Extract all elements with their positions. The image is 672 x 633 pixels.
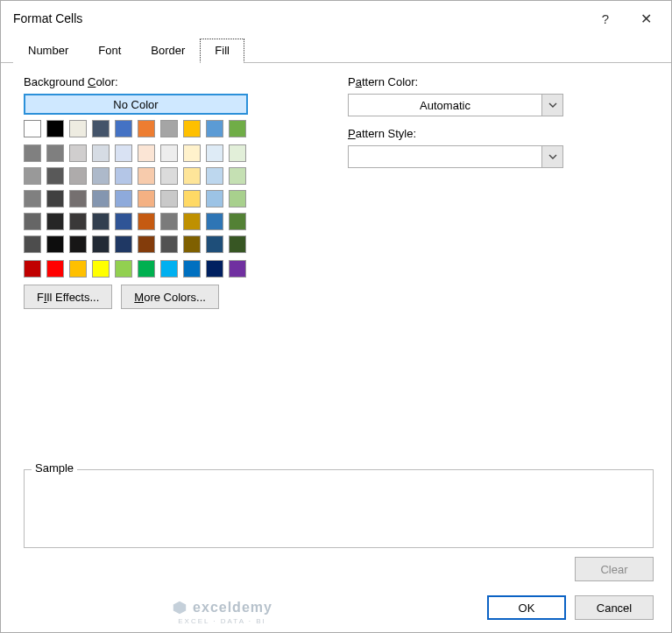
color-swatch[interactable] bbox=[69, 120, 87, 137]
color-swatch[interactable] bbox=[92, 144, 110, 162]
color-swatch[interactable] bbox=[183, 120, 201, 137]
color-swatch[interactable] bbox=[24, 167, 41, 185]
color-swatch[interactable] bbox=[24, 190, 41, 207]
color-swatch[interactable] bbox=[206, 120, 223, 137]
color-swatch[interactable] bbox=[69, 190, 87, 207]
color-swatch[interactable] bbox=[160, 190, 178, 207]
format-cells-dialog: Format Cells ? ✕ Number Font Border Fill… bbox=[0, 0, 672, 633]
chevron-down-icon bbox=[541, 146, 562, 167]
color-swatch[interactable] bbox=[24, 144, 41, 162]
color-swatch[interactable] bbox=[24, 236, 41, 253]
color-swatch[interactable] bbox=[160, 236, 178, 253]
color-swatch[interactable] bbox=[92, 167, 110, 185]
color-swatch[interactable] bbox=[183, 260, 201, 278]
color-swatch[interactable] bbox=[138, 213, 155, 230]
color-swatch[interactable] bbox=[115, 167, 132, 185]
help-button[interactable]: ? bbox=[585, 5, 626, 32]
color-swatch[interactable] bbox=[46, 167, 64, 185]
color-swatch[interactable] bbox=[160, 213, 178, 230]
color-swatch[interactable] bbox=[69, 167, 87, 185]
cancel-button[interactable]: Cancel bbox=[575, 595, 654, 620]
color-swatch[interactable] bbox=[138, 167, 155, 185]
fill-panel: Background Color: No Color FIll Effects.… bbox=[1, 63, 671, 588]
titlebar: Format Cells ? ✕ bbox=[1, 1, 671, 36]
color-swatch[interactable] bbox=[24, 120, 41, 137]
fill-effects-button[interactable]: FIll Effects... bbox=[24, 285, 112, 309]
color-swatch[interactable] bbox=[160, 120, 178, 137]
ok-button[interactable]: OK bbox=[487, 595, 566, 620]
background-color-label: Background Color: bbox=[24, 75, 304, 88]
color-swatch[interactable] bbox=[138, 144, 155, 162]
color-swatch[interactable] bbox=[46, 236, 64, 253]
pattern-color-value: Automatic bbox=[349, 99, 541, 112]
color-swatch[interactable] bbox=[138, 190, 155, 207]
color-swatch[interactable] bbox=[229, 213, 246, 230]
color-swatch[interactable] bbox=[92, 236, 110, 253]
color-swatch[interactable] bbox=[138, 120, 155, 137]
tab-border[interactable]: Border bbox=[136, 39, 200, 63]
color-swatch[interactable] bbox=[229, 190, 246, 207]
color-swatch[interactable] bbox=[206, 260, 223, 278]
color-swatch[interactable] bbox=[46, 190, 64, 207]
tab-font[interactable]: Font bbox=[83, 39, 136, 63]
color-swatch[interactable] bbox=[24, 260, 41, 278]
color-swatch[interactable] bbox=[69, 213, 87, 230]
color-swatch[interactable] bbox=[183, 213, 201, 230]
color-swatch[interactable] bbox=[115, 120, 132, 137]
watermark: exceldemy EXCEL · DATA · BI bbox=[0, 600, 452, 615]
color-swatch[interactable] bbox=[160, 144, 178, 162]
more-colors-button[interactable]: More Colors... bbox=[121, 285, 219, 309]
color-swatch[interactable] bbox=[206, 167, 223, 185]
color-swatch[interactable] bbox=[46, 260, 64, 278]
color-swatch[interactable] bbox=[92, 213, 110, 230]
theme-colors-grid bbox=[24, 144, 253, 253]
color-swatch[interactable] bbox=[69, 236, 87, 253]
color-swatch[interactable] bbox=[92, 260, 110, 278]
color-swatch[interactable] bbox=[46, 144, 64, 162]
theme-colors-top bbox=[24, 120, 253, 137]
chevron-down-icon bbox=[541, 95, 562, 116]
color-swatch[interactable] bbox=[206, 144, 223, 162]
color-swatch[interactable] bbox=[206, 213, 223, 230]
color-swatch[interactable] bbox=[46, 120, 64, 137]
color-swatch[interactable] bbox=[46, 213, 64, 230]
clear-button[interactable]: Clear bbox=[575, 557, 654, 581]
color-swatch[interactable] bbox=[115, 260, 132, 278]
sample-label: Sample bbox=[32, 461, 77, 475]
color-swatch[interactable] bbox=[138, 260, 155, 278]
tabs: Number Font Border Fill bbox=[1, 36, 671, 63]
pattern-style-combo[interactable] bbox=[348, 145, 563, 168]
color-swatch[interactable] bbox=[229, 167, 246, 185]
color-swatch[interactable] bbox=[69, 260, 87, 278]
pattern-style-label: Pattern Style: bbox=[348, 127, 654, 140]
pattern-color-label: Pattern Color: bbox=[348, 75, 654, 88]
color-swatch[interactable] bbox=[183, 236, 201, 253]
dialog-title: Format Cells bbox=[13, 11, 585, 25]
color-swatch[interactable] bbox=[69, 144, 87, 162]
color-swatch[interactable] bbox=[183, 167, 201, 185]
color-swatch[interactable] bbox=[115, 144, 132, 162]
color-swatch[interactable] bbox=[138, 236, 155, 253]
close-button[interactable]: ✕ bbox=[626, 5, 666, 32]
color-swatch[interactable] bbox=[160, 167, 178, 185]
color-swatch[interactable] bbox=[229, 144, 246, 162]
tab-fill[interactable]: Fill bbox=[200, 39, 244, 63]
color-swatch[interactable] bbox=[229, 260, 246, 278]
color-swatch[interactable] bbox=[229, 236, 246, 253]
color-swatch[interactable] bbox=[229, 120, 246, 137]
color-swatch[interactable] bbox=[92, 120, 110, 137]
color-swatch[interactable] bbox=[24, 213, 41, 230]
color-swatch[interactable] bbox=[206, 190, 223, 207]
color-swatch[interactable] bbox=[115, 190, 132, 207]
color-swatch[interactable] bbox=[115, 213, 132, 230]
color-swatch[interactable] bbox=[183, 190, 201, 207]
tab-number[interactable]: Number bbox=[13, 39, 83, 63]
color-swatch[interactable] bbox=[206, 236, 223, 253]
color-swatch[interactable] bbox=[115, 236, 132, 253]
color-swatch[interactable] bbox=[92, 190, 110, 207]
no-color-button[interactable]: No Color bbox=[24, 94, 248, 115]
color-swatch[interactable] bbox=[183, 144, 201, 162]
pattern-color-combo[interactable]: Automatic bbox=[348, 94, 563, 116]
standard-colors bbox=[24, 260, 253, 278]
color-swatch[interactable] bbox=[160, 260, 178, 278]
